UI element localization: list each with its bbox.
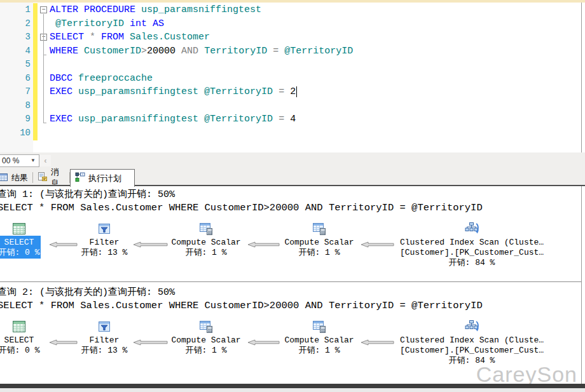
code-line[interactable]: ALTER PROCEDURE usp_paramsniffingtest — [50, 3, 353, 17]
code-token — [78, 46, 84, 57]
line-number: 8 — [0, 99, 31, 113]
code-token — [198, 46, 204, 57]
fold-collapse-icon[interactable]: − — [40, 6, 47, 13]
clustered-index-scan-icon[interactable] — [464, 319, 479, 334]
code-token: EXEC — [50, 114, 72, 125]
code-token — [267, 46, 273, 57]
plan-node-compute-scalar[interactable]: Compute Scalar开销: 1 % — [171, 335, 240, 356]
plan-node-label-line: Compute Scalar — [284, 335, 354, 346]
plan-node-label-line: [Customer].[PK_Customer_Cust… — [400, 346, 544, 356]
code-token — [72, 114, 78, 125]
plan-node-filter[interactable]: Filter开销: 13 % — [81, 335, 128, 356]
tab-messages[interactable]: 消息 — [33, 170, 70, 186]
compute-scalar-icon[interactable] — [198, 319, 214, 334]
code-token: SELECT — [50, 32, 84, 43]
code-line[interactable] — [50, 126, 353, 140]
code-token: usp_paramsniffingtest — [78, 114, 198, 125]
plan-node-label-line: Compute Scalar — [284, 238, 354, 248]
code-line[interactable]: EXEC usp_paramsniffingtest @TerritoryID … — [50, 112, 353, 126]
code-token: @TerritoryID — [204, 86, 273, 97]
plan-node-label-line: Filter — [81, 238, 128, 248]
plan-node-label-line: Compute Scalar — [171, 335, 240, 346]
plan-node-compute-scalar[interactable]: Compute Scalar开销: 1 % — [171, 238, 240, 258]
execution-plan-icon — [75, 172, 85, 184]
row-flow-arrow-icon[interactable] — [248, 337, 280, 348]
query-sql-text: SELECT * FROM Sales.Customer WHERE Custo… — [0, 300, 483, 311]
row-flow-arrow-icon[interactable] — [361, 239, 394, 250]
compute-scalar-icon[interactable] — [198, 221, 214, 236]
outline-guide-line — [43, 41, 44, 55]
code-token: freeproccache — [78, 73, 153, 84]
code-line[interactable]: @TerritoryID int AS — [50, 17, 353, 31]
code-token: AND — [181, 46, 198, 57]
code-token — [198, 86, 204, 97]
plan-node-label-line: 开销: 1 % — [284, 248, 354, 258]
code-token: FROM — [101, 32, 124, 43]
row-flow-arrow-icon[interactable] — [134, 337, 168, 348]
code-line[interactable]: SELECT * FROM Sales.Customer — [50, 30, 353, 44]
code-area[interactable]: ALTER PROCEDURE usp_paramsniffingtest @T… — [50, 3, 353, 140]
plan-node-label-line: [Customer].[PK_Customer_Cust… — [400, 248, 544, 258]
code-token: 20000 — [147, 46, 176, 57]
code-token: = — [279, 114, 284, 125]
plan-node-clustered-index-scan[interactable]: Clustered Index Scan (Cluste…[Customer].… — [400, 335, 544, 366]
results-grid-icon — [0, 172, 8, 184]
plan-node-label-line: 开销: 84 % — [400, 258, 544, 268]
plan-node-label-line: 开销: 13 % — [81, 248, 128, 258]
outline-guide-line — [43, 14, 44, 123]
tab-results-grid[interactable]: 结果 — [0, 170, 33, 186]
query-sql-text: SELECT * FROM Sales.Customer WHERE Custo… — [0, 202, 483, 213]
plan-node-compute-scalar[interactable]: Compute Scalar开销: 1 % — [284, 335, 354, 356]
plan-node-label-line: Compute Scalar — [171, 238, 240, 248]
code-token: = — [273, 46, 279, 57]
sql-editor[interactable]: 12345678910 −− ALTER PROCEDURE usp_param… — [0, 3, 582, 152]
chevron-down-icon[interactable]: ▼ — [29, 155, 38, 166]
filter-icon[interactable] — [97, 221, 112, 236]
tab-execution-plan[interactable]: 执行计划 — [70, 169, 135, 187]
code-token — [273, 114, 279, 125]
filter-icon[interactable] — [97, 319, 112, 334]
row-flow-arrow-icon[interactable] — [248, 239, 280, 250]
code-token: @TerritoryID — [204, 114, 273, 125]
plan-node-label-line: 开销: 0 % — [0, 346, 40, 356]
zoom-level-combo[interactable]: 00 % ▼ — [0, 154, 39, 167]
outline-end-tick — [43, 55, 46, 55]
code-token — [84, 32, 90, 43]
code-line[interactable]: EXEC usp_paramsniffingtest @TerritoryID … — [50, 85, 353, 99]
code-token — [135, 4, 141, 15]
line-numbers: 12345678910 — [0, 3, 31, 140]
plan-node-select[interactable]: SELECT开销: 0 % — [0, 238, 40, 258]
tab-label: 执行计划 — [88, 173, 121, 184]
code-token: EXEC — [50, 86, 72, 97]
results-tabbar: 结果消息执行计划 — [0, 168, 585, 186]
zoom-level-value: 00 % — [2, 156, 19, 165]
clustered-index-scan-icon[interactable] — [464, 221, 479, 236]
plan-node-clustered-index-scan[interactable]: Clustered Index Scan (Cluste…[Customer].… — [400, 238, 544, 268]
execution-plan-panel[interactable]: 查询 1: (与该批有关的)查询开销: 50%SELECT * FROM Sal… — [0, 186, 582, 384]
code-line[interactable] — [50, 58, 353, 72]
text-caret — [296, 86, 297, 97]
select-result-icon[interactable] — [11, 319, 27, 334]
row-flow-arrow-icon[interactable] — [50, 337, 78, 348]
line-number: 2 — [0, 17, 31, 31]
compute-scalar-icon[interactable] — [312, 221, 327, 236]
plan-node-filter[interactable]: Filter开销: 13 % — [81, 238, 128, 258]
code-line[interactable] — [50, 99, 353, 113]
compute-scalar-icon[interactable] — [312, 319, 327, 334]
plan-node-label-line: Clustered Index Scan (Cluste… — [400, 238, 544, 248]
select-result-icon[interactable] — [11, 221, 27, 236]
plan-node-label-line: 开销: 1 % — [171, 346, 240, 356]
plan-node-compute-scalar[interactable]: Compute Scalar开销: 1 % — [284, 238, 354, 258]
code-token — [176, 46, 181, 57]
plan-node-select[interactable]: SELECT开销: 0 % — [0, 335, 40, 356]
hscroll-left-arrow-icon[interactable]: ‹ — [40, 155, 51, 166]
row-flow-arrow-icon[interactable] — [50, 239, 78, 250]
row-flow-arrow-icon[interactable] — [361, 337, 394, 348]
code-token: AS — [153, 18, 164, 29]
code-token: TerritoryID — [204, 46, 267, 57]
code-line[interactable]: DBCC freeproccache — [50, 72, 353, 86]
code-token — [147, 18, 153, 29]
code-token: @TerritoryID — [55, 18, 124, 29]
row-flow-arrow-icon[interactable] — [134, 239, 168, 250]
code-line[interactable]: WHERE CustomerID>20000 AND TerritoryID =… — [50, 44, 353, 58]
